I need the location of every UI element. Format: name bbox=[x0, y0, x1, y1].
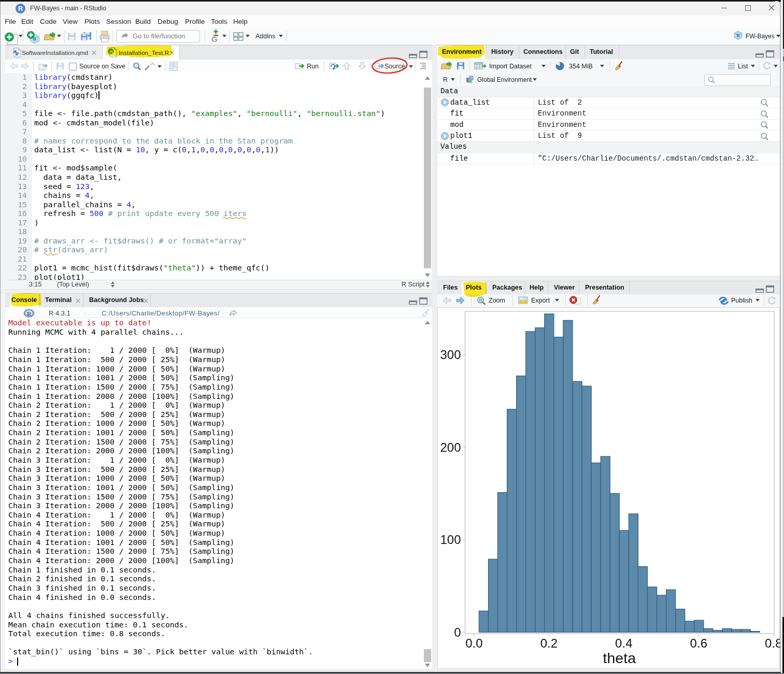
svg-text:0.4: 0.4 bbox=[615, 636, 632, 650]
svg-text:300: 300 bbox=[440, 348, 461, 362]
svg-text:R: R bbox=[109, 49, 113, 54]
svg-text:0.2: 0.2 bbox=[540, 636, 558, 650]
svg-text:theta: theta bbox=[603, 650, 636, 666]
svg-text:0.6: 0.6 bbox=[690, 636, 707, 650]
svg-text:0.8: 0.8 bbox=[765, 636, 780, 650]
svg-text:0.0: 0.0 bbox=[465, 636, 482, 650]
svg-text:200: 200 bbox=[440, 440, 461, 454]
svg-text:R: R bbox=[736, 33, 740, 38]
svg-text:G: G bbox=[211, 35, 218, 43]
svg-text:100: 100 bbox=[440, 533, 461, 547]
svg-text:R: R bbox=[27, 310, 32, 318]
svg-text:0: 0 bbox=[454, 625, 461, 639]
